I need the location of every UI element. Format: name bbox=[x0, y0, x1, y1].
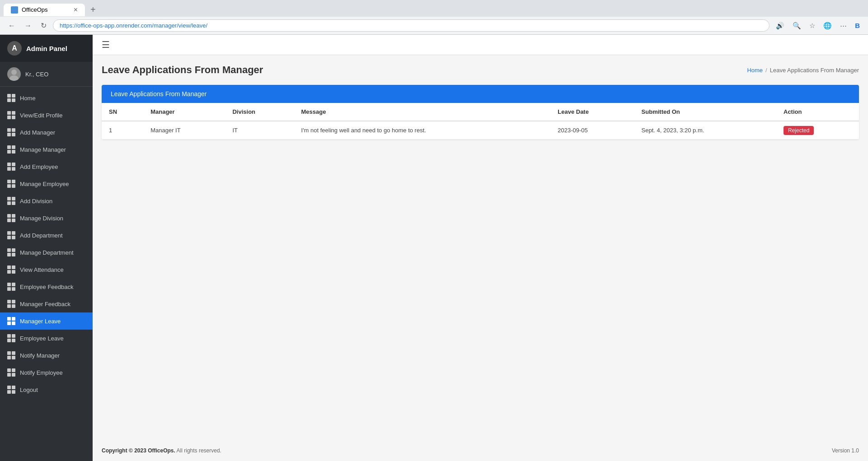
tab-close-button[interactable]: × bbox=[74, 6, 78, 14]
sidebar-item-notify-employee[interactable]: Notify Employee bbox=[0, 364, 93, 381]
grid-icon bbox=[7, 197, 15, 205]
search-button[interactable]: 🔍 bbox=[790, 20, 804, 32]
cell-message: I'm not feeling well and need to go home… bbox=[294, 121, 551, 140]
sidebar-item-employee-leave[interactable]: Employee Leave bbox=[0, 330, 93, 347]
grid-icon bbox=[7, 300, 15, 308]
topbar: ☰ bbox=[93, 35, 868, 55]
cell-submitted-on: Sept. 4, 2023, 3:20 p.m. bbox=[634, 121, 776, 140]
sidebar-item-view-attendance[interactable]: View Attendance bbox=[0, 261, 93, 278]
browser-controls: ← → ↻ https://office-ops-app.onrender.co… bbox=[0, 17, 868, 35]
grid-icon bbox=[7, 145, 15, 154]
breadcrumb-home[interactable]: Home bbox=[747, 67, 763, 74]
sidebar-item-label: Add Division bbox=[20, 198, 52, 205]
sidebar-item-label: Manager Feedback bbox=[20, 301, 70, 307]
sidebar-item-logout[interactable]: Logout bbox=[0, 381, 93, 398]
sidebar-item-manage-manager[interactable]: Manage Manager bbox=[0, 141, 93, 158]
cell-manager: Manager IT bbox=[143, 121, 225, 140]
grid-icon bbox=[7, 128, 15, 136]
more-button[interactable]: ⋯ bbox=[837, 20, 849, 32]
col-header-submitted-on: Submitted On bbox=[634, 103, 776, 121]
tab-favicon bbox=[11, 6, 18, 14]
col-header-sn: SN bbox=[102, 103, 143, 121]
sidebar-item-add-division[interactable]: Add Division bbox=[0, 192, 93, 210]
favorites-button[interactable]: ☆ bbox=[807, 20, 818, 32]
footer-version: Version 1.0 bbox=[832, 447, 859, 454]
back-button[interactable]: ← bbox=[5, 20, 18, 32]
sidebar-item-label: View/Edit Profile bbox=[20, 112, 62, 119]
read-aloud-button[interactable]: 🔊 bbox=[773, 20, 787, 32]
col-header-manager: Manager bbox=[143, 103, 225, 121]
grid-icon bbox=[7, 111, 15, 119]
sidebar-user: Kr., CEO bbox=[0, 62, 93, 87]
status-badge: Rejected bbox=[784, 126, 814, 135]
col-header-action: Action bbox=[776, 103, 859, 121]
sidebar-user-name: Kr., CEO bbox=[25, 71, 48, 78]
main-content: ☰ Leave Applications From Manager Home /… bbox=[93, 35, 868, 461]
table-head: SNManagerDivisionMessageLeave DateSubmit… bbox=[102, 103, 859, 121]
sidebar-item-label: Notify Manager bbox=[20, 352, 60, 359]
forward-button[interactable]: → bbox=[22, 20, 34, 32]
sidebar-item-label: Manager Leave bbox=[20, 318, 61, 325]
cell-division: IT bbox=[225, 121, 294, 140]
sidebar-item-label: Home bbox=[20, 95, 36, 102]
footer-brand: Copyright © 2023 OfficeOps. bbox=[102, 447, 175, 454]
sidebar-item-home[interactable]: Home bbox=[0, 89, 93, 107]
grid-icon bbox=[7, 351, 15, 359]
grid-icon bbox=[7, 214, 15, 222]
col-header-leave-date: Leave Date bbox=[550, 103, 634, 121]
sidebar-item-label: Add Manager bbox=[20, 129, 55, 136]
sidebar-item-manager-leave[interactable]: Manager Leave bbox=[0, 312, 93, 330]
grid-icon bbox=[7, 283, 15, 291]
browser-titlebar: OfficeOps × + bbox=[0, 0, 868, 17]
grid-icon bbox=[7, 368, 15, 377]
sidebar-item-add-employee[interactable]: Add Employee bbox=[0, 158, 93, 175]
grid-icon bbox=[7, 265, 15, 274]
sidebar-item-label: Add Employee bbox=[20, 163, 58, 170]
sidebar-item-manage-department[interactable]: Manage Department bbox=[0, 244, 93, 261]
svg-point-0 bbox=[11, 70, 17, 75]
grid-icon bbox=[7, 248, 15, 256]
edge-button[interactable]: B bbox=[852, 20, 863, 31]
grid-icon bbox=[7, 231, 15, 239]
refresh-button[interactable]: ↻ bbox=[38, 19, 49, 32]
sidebar-item-employee-feedback[interactable]: Employee Feedback bbox=[0, 278, 93, 295]
cell-sn: 1 bbox=[102, 121, 143, 140]
sidebar-item-label: Employee Feedback bbox=[20, 284, 74, 290]
page-title: Leave Applications From Manager bbox=[102, 64, 263, 76]
sidebar-item-label: Manage Employee bbox=[20, 181, 69, 187]
leave-applications-card: Leave Applications From Manager SNManage… bbox=[102, 85, 859, 140]
sidebar-item-manage-employee[interactable]: Manage Employee bbox=[0, 175, 93, 192]
col-header-message: Message bbox=[294, 103, 551, 121]
new-tab-button[interactable]: + bbox=[87, 3, 99, 17]
table-header-row: SNManagerDivisionMessageLeave DateSubmit… bbox=[102, 103, 859, 121]
extensions-button[interactable]: 🌐 bbox=[821, 20, 835, 32]
sidebar-item-label: Manage Manager bbox=[20, 146, 66, 153]
sidebar-header: A Admin Panel bbox=[0, 35, 93, 62]
sidebar-item-notify-manager[interactable]: Notify Manager bbox=[0, 347, 93, 364]
sidebar-item-add-department[interactable]: Add Department bbox=[0, 227, 93, 244]
browser-actions: 🔊 🔍 ☆ 🌐 ⋯ B bbox=[773, 20, 863, 32]
sidebar-item-manage-division[interactable]: Manage Division bbox=[0, 210, 93, 227]
table-body: 1Manager ITITI'm not feeling well and ne… bbox=[102, 121, 859, 140]
sidebar-item-label: View Attendance bbox=[20, 266, 64, 273]
sidebar-item-view-edit-profile[interactable]: View/Edit Profile bbox=[0, 107, 93, 124]
avatar bbox=[7, 67, 21, 81]
sidebar-app-name: Admin Panel bbox=[26, 45, 67, 52]
table-wrapper: SNManagerDivisionMessageLeave DateSubmit… bbox=[102, 103, 859, 140]
browser-tab[interactable]: OfficeOps × bbox=[4, 4, 85, 16]
sidebar-item-manager-feedback[interactable]: Manager Feedback bbox=[0, 295, 93, 312]
hamburger-menu-icon[interactable]: ☰ bbox=[102, 39, 110, 50]
sidebar-item-label: Add Department bbox=[20, 232, 63, 239]
sidebar-item-label: Notify Employee bbox=[20, 369, 63, 376]
col-header-division: Division bbox=[225, 103, 294, 121]
sidebar-item-label: Logout bbox=[20, 386, 38, 393]
address-bar[interactable]: https://office-ops-app.onrender.com/mana… bbox=[53, 19, 769, 32]
cell-leave-date: 2023-09-05 bbox=[550, 121, 634, 140]
leave-applications-table: SNManagerDivisionMessageLeave DateSubmit… bbox=[102, 103, 859, 140]
grid-icon bbox=[7, 317, 15, 325]
breadcrumb-separator: / bbox=[765, 67, 767, 74]
sidebar-item-label: Manage Department bbox=[20, 249, 74, 256]
footer-rights: All rights reserved. bbox=[177, 447, 221, 454]
sidebar-item-add-manager[interactable]: Add Manager bbox=[0, 124, 93, 141]
breadcrumb: Home / Leave Applications From Manager bbox=[747, 67, 859, 74]
